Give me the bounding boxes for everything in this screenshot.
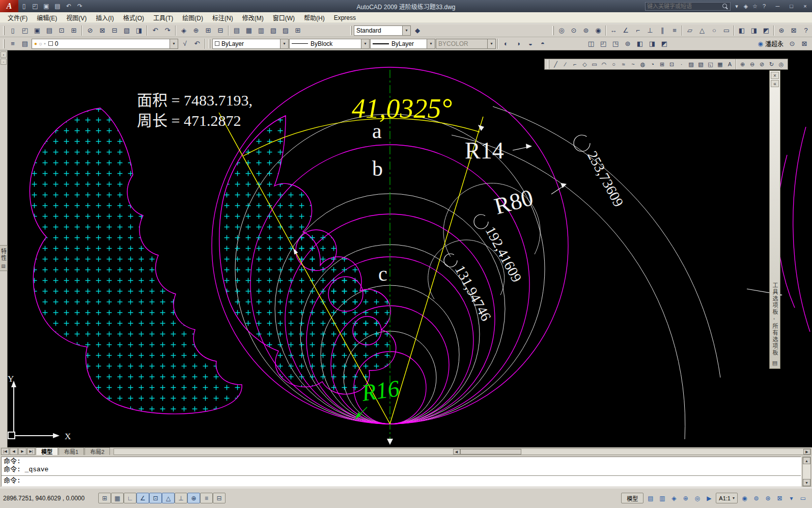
- dock-grid-icon[interactable]: ▫: [1, 59, 7, 65]
- menu-item[interactable]: 修改(M): [238, 12, 268, 23]
- tray-arrow-icon[interactable]: ▾: [786, 493, 797, 503]
- dock-close-icon[interactable]: ▪: [1, 51, 7, 58]
- minimize-button[interactable]: ─: [771, 1, 785, 11]
- dim-style-icon[interactable]: ≡: [668, 25, 681, 36]
- lwt-toggle[interactable]: ≡: [200, 493, 213, 503]
- cut-icon[interactable]: ⊘: [84, 25, 96, 36]
- layout-tab[interactable]: 布局1: [59, 447, 84, 455]
- horizontal-scrollbar[interactable]: ◀ ▶: [114, 448, 811, 455]
- command-prompt[interactable]: 命令:: [2, 475, 801, 486]
- search-input[interactable]: [647, 3, 722, 9]
- save-icon[interactable]: ▣: [31, 25, 43, 36]
- pan-icon[interactable]: ◈: [178, 25, 190, 36]
- tab-nav-button[interactable]: |◀: [1, 448, 9, 455]
- model-space-button[interactable]: 模型: [621, 493, 643, 503]
- qp-toggle[interactable]: ⊟: [213, 493, 226, 503]
- point-icon[interactable]: ·: [677, 60, 686, 69]
- dyn-toggle[interactable]: ⊕: [187, 493, 200, 503]
- revision-cloud-icon[interactable]: ≈: [619, 60, 628, 69]
- redo-icon[interactable]: ↷: [161, 25, 174, 36]
- menu-item[interactable]: 标注(N): [208, 12, 238, 23]
- toolbar-grip[interactable]: [350, 26, 352, 35]
- undo-icon[interactable]: ↶: [63, 1, 74, 11]
- scroll-left-icon[interactable]: ◀: [453, 449, 460, 454]
- menu-item[interactable]: 工具(T): [149, 12, 178, 23]
- move-icon[interactable]: ⊕: [738, 60, 747, 69]
- close-button[interactable]: ×: [798, 1, 812, 11]
- layer-properties-manager-icon[interactable]: ≡: [7, 38, 19, 49]
- redo-icon[interactable]: ↷: [74, 1, 86, 11]
- rectangle-icon[interactable]: ▭: [590, 60, 599, 69]
- visual-style-icon[interactable]: ◧: [736, 25, 748, 36]
- ellipse-arc-icon[interactable]: ◔: [648, 60, 657, 69]
- publish-icon[interactable]: ⊞: [68, 25, 80, 36]
- zoom-status-icon[interactable]: ⊕: [680, 493, 691, 503]
- quickcalc-icon[interactable]: ⊞: [292, 25, 304, 36]
- mirror-icon[interactable]: ◎: [776, 60, 786, 69]
- hatch-icon[interactable]: ▨: [686, 60, 696, 69]
- named-views-icon[interactable]: ⊚: [580, 25, 592, 36]
- match-properties-icon[interactable]: ▧: [121, 25, 133, 36]
- polygon-icon[interactable]: △: [696, 25, 708, 36]
- open-file-icon[interactable]: ◰: [30, 1, 41, 11]
- help-tool-icon[interactable]: ?: [800, 25, 812, 36]
- save-icon[interactable]: ▣: [41, 1, 52, 11]
- snap-toggle[interactable]: ⊞: [98, 493, 111, 503]
- scroll-down-icon[interactable]: ▼: [803, 479, 810, 486]
- zoom-window-icon[interactable]: ⊞: [202, 25, 214, 36]
- trim-icon[interactable]: ⊘: [757, 60, 767, 69]
- draw-order-under-icon[interactable]: ◓: [537, 38, 549, 49]
- table-icon[interactable]: ▦: [715, 60, 725, 69]
- command-scrollbar[interactable]: ▲ ▼: [802, 457, 811, 487]
- quick-view-drawings-icon[interactable]: ▥: [656, 493, 668, 503]
- toolbar-grip[interactable]: [209, 39, 210, 48]
- region-icon[interactable]: ▱: [684, 25, 696, 36]
- polygon-icon[interactable]: ◇: [580, 60, 590, 69]
- close-icon[interactable]: ×: [771, 72, 779, 79]
- dim-aligned-icon[interactable]: ∠: [620, 25, 632, 36]
- arc-icon[interactable]: ◠: [599, 60, 609, 69]
- visual-styles-icon[interactable]: ◧: [634, 38, 646, 49]
- line-icon[interactable]: ╱: [551, 60, 561, 69]
- scroll-right-icon[interactable]: ▶: [803, 449, 810, 454]
- toolbar-grip[interactable]: [3, 26, 5, 35]
- chevron-down-icon[interactable]: ▾: [280, 39, 288, 48]
- scrollbar-thumb[interactable]: [460, 449, 521, 454]
- ortho-toggle[interactable]: ∟: [124, 493, 136, 503]
- layer-states-manager-icon[interactable]: ▤: [19, 38, 31, 49]
- open-file-icon[interactable]: ◰: [19, 25, 31, 36]
- tab-nav-button[interactable]: ◀: [10, 448, 18, 455]
- draw-order-front-icon[interactable]: ◐: [500, 38, 512, 49]
- layer-status-icon[interactable]: ◦: [44, 41, 46, 46]
- toolbar-grip[interactable]: [548, 60, 549, 69]
- showmotion-icon[interactable]: ▶: [703, 493, 715, 503]
- orbit-icon[interactable]: ◉: [592, 25, 604, 36]
- layer-previous-icon[interactable]: ↶: [191, 38, 203, 49]
- tool-palettes-bar[interactable]: × « 工具选项板 - 所有选项板 ▤: [769, 70, 780, 369]
- undo-icon[interactable]: ↶: [149, 25, 161, 36]
- 3d-views-icon[interactable]: ◰: [597, 38, 609, 49]
- layout-tab[interactable]: 布局2: [85, 447, 110, 455]
- make-block-icon[interactable]: ⊡: [667, 60, 677, 69]
- restore-button[interactable]: □: [785, 1, 798, 11]
- layer-combo[interactable]: ●☼◦ 0 ▾: [32, 39, 178, 49]
- copy-icon[interactable]: ⊠: [96, 25, 108, 36]
- layout-tab[interactable]: 模型: [36, 447, 58, 455]
- linetype-control-combo[interactable]: ByBlock ▾: [289, 39, 370, 49]
- render-icon[interactable]: ◨: [646, 38, 658, 49]
- dim-linear-icon[interactable]: ↔: [607, 25, 620, 36]
- steeringwheel-icon[interactable]: ◎: [691, 493, 703, 503]
- menu-item[interactable]: 格式(O): [119, 12, 149, 23]
- drawing-viewport[interactable]: 面积 = 7483.7193, 周长 = 471.2872 41,0325° a…: [8, 50, 812, 447]
- rotate-icon[interactable]: ↻: [767, 60, 776, 69]
- annotation-scale-combo[interactable]: A1:1 ▾: [716, 493, 738, 503]
- grid-toggle[interactable]: ▦: [111, 493, 124, 503]
- scroll-up-icon[interactable]: ▲: [803, 457, 810, 464]
- shade-icon[interactable]: ◨: [748, 25, 760, 36]
- text-style-manager-icon[interactable]: ◆: [411, 25, 424, 36]
- zoom-realtime-icon[interactable]: ⊕: [190, 25, 202, 36]
- materials-icon[interactable]: ◩: [658, 38, 670, 49]
- menu-item[interactable]: 绘图(D): [178, 12, 208, 23]
- gradient-icon[interactable]: ▧: [696, 60, 706, 69]
- search-options-icon[interactable]: ▾: [732, 2, 741, 11]
